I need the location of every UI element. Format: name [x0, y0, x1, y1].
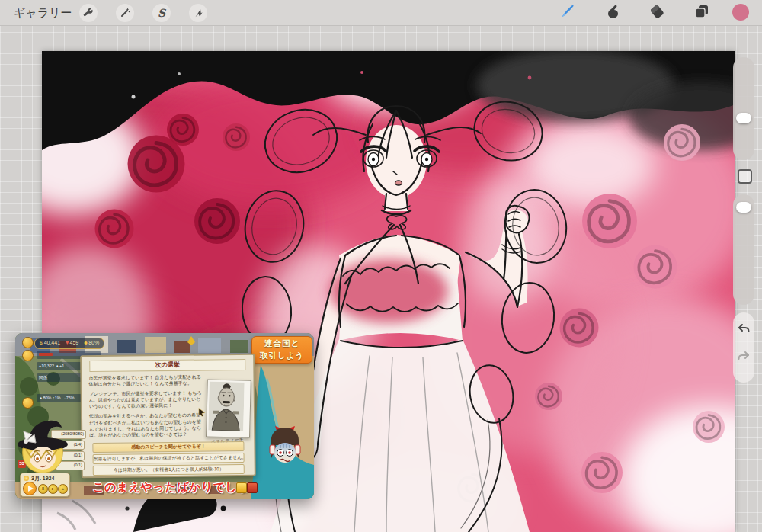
dialog-body: 市民が選挙を要求しています！ 自分たちが支配される体制は自分たちで選びたいと！ …	[88, 374, 202, 442]
sun-icon	[24, 476, 29, 481]
wrench-icon	[83, 8, 94, 18]
redo-button[interactable]	[736, 351, 751, 366]
color-swatch[interactable]	[732, 4, 749, 21]
commentary-subtitle: このまえやったばかりでしょ	[92, 480, 249, 495]
faction-face-icon[interactable]	[22, 350, 34, 361]
brush-size-handle[interactable]	[736, 113, 751, 123]
mission-badge[interactable]: 連合国と 取引しよう	[251, 336, 312, 364]
election-dialog: 次の選挙 市民が選挙を要求しています！ 自分たちが支配される体制は自分たちで選び…	[80, 354, 256, 478]
pause-button[interactable]: ‖	[38, 484, 48, 494]
undo-button[interactable]	[736, 323, 751, 338]
dollar-icon: $	[40, 340, 43, 345]
play-button[interactable]	[23, 482, 37, 495]
dialog-option-1[interactable]: 感動のスピーチを聞かせてやるぞ！	[92, 441, 244, 453]
game-overlay-window[interactable]: $ 40,441 ▼459 ☻80% +10,322 ▲+1 関係 ▲80% ↑…	[15, 333, 314, 499]
smudge-finger-icon	[604, 3, 621, 23]
selection-button[interactable]: S	[152, 4, 171, 22]
dialog-title: 次の選挙	[89, 359, 245, 372]
layers-icon	[693, 3, 710, 23]
happiness-face-icon[interactable]	[22, 337, 34, 348]
time-control-panel: 3月. 1924 ‖ ▸ »	[20, 473, 70, 497]
erase-tool-button[interactable]	[647, 3, 667, 23]
undo-icon	[737, 322, 751, 339]
penultimo-portrait	[206, 379, 251, 437]
s-curve-icon: S	[158, 8, 165, 18]
eraser-icon	[648, 3, 665, 23]
procreate-topbar: ギャラリー S	[0, 0, 762, 26]
paint-tool-button[interactable]	[558, 3, 578, 23]
support-face-icon[interactable]	[22, 397, 34, 409]
dialog-option-3[interactable]: 今は時期が悪い。（有権者1人につき個人的経験-10）	[93, 464, 245, 476]
mini-character-icon	[247, 482, 258, 493]
brush-opacity-handle[interactable]	[736, 202, 751, 213]
mouse-cursor-icon	[198, 405, 206, 419]
red-bar-icon	[39, 353, 53, 356]
transform-button[interactable]	[189, 4, 207, 22]
layers-button[interactable]	[692, 3, 712, 23]
modify-button[interactable]	[738, 169, 752, 184]
redo-icon	[737, 350, 751, 367]
down-arrow-icon: ▼	[65, 340, 70, 345]
transform-arrow-icon	[193, 8, 203, 18]
adjustments-button[interactable]	[116, 4, 134, 22]
treasury-bar: $ 40,441 ▼459 ☻80%	[34, 338, 104, 349]
reimu-avatar	[268, 425, 302, 470]
game-date: 3月. 1924	[31, 475, 54, 482]
actions-button[interactable]	[79, 4, 98, 22]
sparkle-icon	[236, 482, 247, 493]
marisa-avatar	[15, 418, 70, 480]
magic-wand-icon	[120, 8, 130, 18]
speed2-button[interactable]: »	[58, 484, 68, 494]
dialog-option-2[interactable]: 投票を許可しますが、私は勝利の保証が持てると話すことができません。	[93, 453, 245, 464]
speed1-button[interactable]: ▸	[48, 484, 58, 494]
smudge-tool-button[interactable]	[603, 3, 623, 23]
gallery-button[interactable]: ギャラリー	[14, 6, 72, 21]
brush-size-slider[interactable]	[733, 57, 754, 160]
brush-icon	[559, 3, 576, 23]
